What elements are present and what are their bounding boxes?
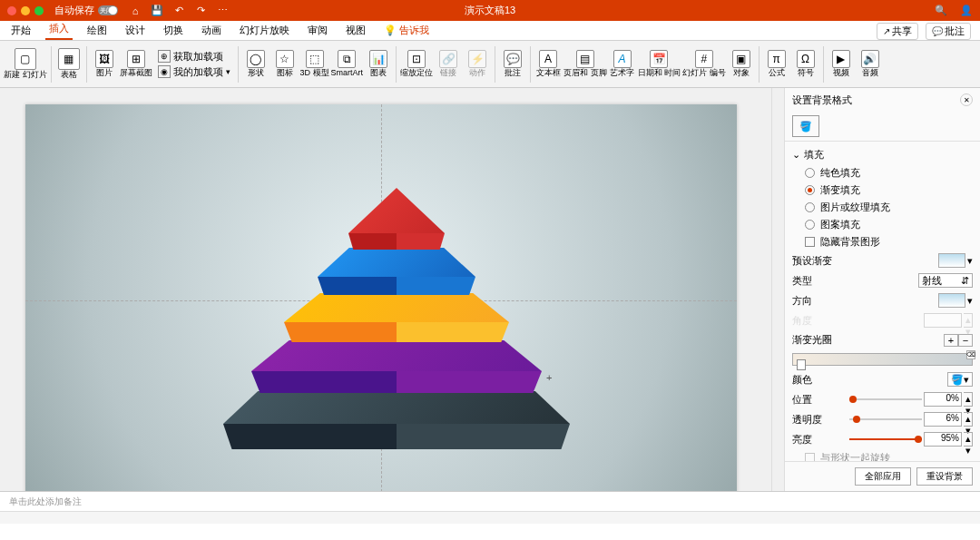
reset-background-button[interactable]: 重设背景 — [916, 467, 973, 486]
window-controls[interactable] — [7, 6, 44, 15]
action-button: ⚡动作 — [464, 50, 491, 78]
tab-tellme[interactable]: 💡 告诉我 — [380, 21, 433, 40]
pyramid-layer-5[interactable] — [223, 391, 570, 449]
apply-all-button[interactable]: 全部应用 — [855, 467, 911, 486]
get-addons-button[interactable]: ⊕获取加载项 — [158, 49, 223, 64]
angle-input — [924, 313, 962, 328]
slide-canvas[interactable]: + — [0, 88, 771, 491]
pictures-button[interactable]: 🖼图片 — [91, 50, 118, 78]
format-background-panel: 设置背景格式 ✕ 🪣 ⌄填充 纯色填充 渐变填充 图片或纹理填充 图案填充 隐藏… — [784, 88, 980, 491]
hide-bg-checkbox[interactable]: 隐藏背景图形 — [792, 233, 973, 250]
direction-picker[interactable] — [938, 293, 965, 308]
save-icon[interactable]: 💾 — [151, 5, 163, 17]
tab-review[interactable]: 审阅 — [304, 21, 331, 40]
slide-number-button[interactable]: #幻灯片 编号 — [682, 50, 726, 78]
status-bar — [0, 511, 980, 524]
datetime-button[interactable]: 📅日期和 时间 — [638, 50, 681, 78]
link-button: 🔗链接 — [435, 50, 462, 78]
tab-slideshow[interactable]: 幻灯片放映 — [236, 21, 293, 40]
chart-button[interactable]: 📊图表 — [365, 50, 392, 78]
slide[interactable]: + — [25, 104, 737, 491]
panel-close-button[interactable]: ✕ — [960, 93, 973, 106]
autosave-toggle[interactable]: 自动保存 关闭 — [54, 4, 118, 17]
brightness-input[interactable]: 95% — [924, 432, 962, 447]
table-button[interactable]: ▦表格 — [55, 48, 83, 80]
color-picker[interactable]: 🪣▾ — [947, 372, 973, 387]
type-select[interactable]: 射线⇵ — [918, 273, 973, 288]
transparency-slider[interactable] — [849, 412, 922, 427]
redo-icon[interactable]: ↷ — [194, 5, 207, 17]
type-label: 类型 — [792, 274, 847, 288]
fill-section-header[interactable]: ⌄填充 — [792, 145, 973, 164]
audio-button[interactable]: 🔊音频 — [857, 50, 884, 78]
wordart-button[interactable]: A艺术字 — [609, 50, 636, 78]
brightness-slider[interactable] — [849, 432, 922, 447]
tab-transitions[interactable]: 切换 — [160, 21, 187, 40]
notes-placeholder[interactable]: 单击此处添加备注 — [0, 491, 980, 511]
preset-gradient-label: 预设渐变 — [792, 254, 847, 268]
preset-gradient-picker[interactable] — [938, 253, 965, 268]
tab-animations[interactable]: 动画 — [198, 21, 225, 40]
position-label: 位置 — [792, 393, 847, 407]
object-button[interactable]: ▣对象 — [728, 50, 755, 78]
more-icon[interactable]: ⋯ — [216, 5, 229, 17]
document-title: 演示文稿13 — [465, 4, 515, 17]
header-footer-button[interactable]: ▤页眉和 页脚 — [564, 50, 607, 78]
position-input[interactable]: 0% — [924, 392, 962, 407]
titlebar: 自动保存 关闭 ⌂ 💾 ↶ ↷ ⋯ 演示文稿13 🔍 👤 — [0, 0, 980, 21]
pyramid-layer-2[interactable] — [318, 248, 475, 295]
panel-title: 设置背景格式 — [792, 93, 852, 107]
pyramid-layer-4[interactable] — [251, 340, 542, 393]
my-addons-button[interactable]: ◉我的加载项 ▾ — [158, 64, 230, 80]
tab-home[interactable]: 开始 — [7, 21, 34, 40]
direction-label: 方向 — [792, 294, 847, 308]
vertical-scrollbar[interactable] — [771, 88, 784, 491]
tab-design[interactable]: 设计 — [122, 21, 149, 40]
undo-icon[interactable]: ↶ — [172, 5, 185, 17]
paintbucket-icon: 🪣 — [799, 121, 812, 133]
tab-insert[interactable]: 插入 — [45, 19, 73, 40]
chevron-down-icon: ⌄ — [792, 149, 800, 161]
ribbon-tabs: 开始 插入 绘图 设计 切换 动画 幻灯片放映 审阅 视图 💡 告诉我 ↗ 共享… — [0, 21, 980, 41]
transparency-input[interactable]: 6% — [924, 412, 962, 427]
gradient-delete-icon[interactable]: ⌫ — [966, 350, 975, 359]
transparency-label: 透明度 — [792, 413, 847, 427]
icons-button[interactable]: ☆图标 — [271, 50, 299, 78]
gradient-stops-bar[interactable]: ⌫ — [792, 353, 973, 366]
quick-access-toolbar: ⌂ 💾 ↶ ↷ ⋯ — [129, 5, 229, 17]
video-button[interactable]: ▶视频 — [828, 50, 855, 78]
pyramid-layer-1[interactable] — [348, 188, 445, 250]
fill-picture-radio[interactable]: 图片或纹理填充 — [792, 199, 973, 216]
account-icon[interactable]: 👤 — [960, 5, 973, 16]
search-icon[interactable]: 🔍 — [935, 5, 947, 16]
pyramid-smartart[interactable] — [223, 188, 570, 469]
position-slider[interactable] — [849, 392, 922, 407]
new-slide-button[interactable]: ▢新建 幻灯片 — [4, 48, 47, 80]
brightness-label: 亮度 — [792, 433, 847, 447]
symbol-button[interactable]: Ω符号 — [792, 50, 819, 78]
comments-button[interactable]: 💬 批注 — [926, 23, 971, 40]
comment-button[interactable]: 💬批注 — [499, 50, 526, 78]
fill-gradient-radio[interactable]: 渐变填充 — [792, 182, 973, 199]
zoom-button[interactable]: ⊡缩放定位 — [400, 50, 433, 78]
fill-tab-icon[interactable]: 🪣 — [792, 115, 819, 137]
color-label: 颜色 — [792, 373, 847, 387]
equation-button[interactable]: π公式 — [763, 50, 790, 78]
stops-label: 渐变光圈 — [792, 333, 847, 347]
share-button[interactable]: ↗ 共享 — [877, 23, 918, 40]
shapes-button[interactable]: ◯形状 — [242, 50, 270, 78]
gradient-stop-handle[interactable] — [797, 359, 806, 370]
screenshot-button[interactable]: ⊞屏幕截图 — [120, 50, 152, 78]
rotate-with-shape-checkbox: 与形状一起旋转 — [792, 449, 973, 461]
smartart-button[interactable]: ⧉SmartArt — [331, 50, 364, 78]
ribbon: ▢新建 幻灯片 ▦表格 🖼图片 ⊞屏幕截图 ⊕获取加载项 ◉我的加载项 ▾ ◯形… — [0, 41, 980, 88]
pyramid-layer-3[interactable] — [284, 293, 509, 342]
cursor-cross-icon: + — [546, 372, 552, 383]
tab-view[interactable]: 视图 — [342, 21, 369, 40]
3d-models-button[interactable]: ⬚3D 模型 — [300, 50, 329, 78]
textbox-button[interactable]: A文本框 — [534, 50, 562, 78]
fill-solid-radio[interactable]: 纯色填充 — [792, 164, 973, 182]
fill-pattern-radio[interactable]: 图案填充 — [792, 216, 973, 233]
tab-draw[interactable]: 绘图 — [83, 21, 111, 40]
home-icon[interactable]: ⌂ — [129, 5, 142, 17]
